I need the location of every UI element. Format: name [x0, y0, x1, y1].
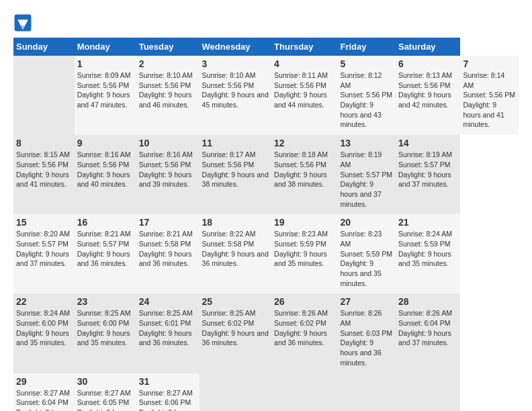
weekday-header-row: SundayMondayTuesdayWednesdayThursdayFrid…	[13, 38, 519, 56]
calendar-cell: 10Sunrise: 8:16 AMSunset: 5:56 PMDayligh…	[136, 135, 200, 214]
day-number: 5	[340, 58, 393, 69]
day-number: 19	[274, 217, 335, 228]
calendar-cell: 28Sunrise: 8:26 AMSunset: 6:04 PMDayligh…	[396, 293, 460, 373]
calendar-cell: 11Sunrise: 8:17 AMSunset: 5:56 PMDayligh…	[200, 135, 272, 214]
day-info: Sunrise: 8:26 AMSunset: 6:02 PMDaylight:…	[274, 308, 335, 348]
calendar-cell: 19Sunrise: 8:23 AMSunset: 5:59 PMDayligh…	[271, 214, 337, 293]
calendar-cell: 24Sunrise: 8:25 AMSunset: 6:01 PMDayligh…	[136, 293, 200, 373]
day-number: 15	[16, 217, 72, 228]
calendar-week-row: 15Sunrise: 8:20 AMSunset: 5:57 PMDayligh…	[13, 214, 519, 293]
calendar-cell: 25Sunrise: 8:25 AMSunset: 6:02 PMDayligh…	[200, 293, 272, 373]
day-info: Sunrise: 8:19 AMSunset: 5:57 PMDaylight:…	[340, 150, 393, 209]
calendar-cell	[396, 373, 460, 412]
day-info: Sunrise: 8:16 AMSunset: 5:56 PMDaylight:…	[139, 150, 197, 189]
day-info: Sunrise: 8:21 AMSunset: 5:57 PMDaylight:…	[77, 229, 134, 269]
calendar-cell: 21Sunrise: 8:24 AMSunset: 5:59 PMDayligh…	[396, 214, 460, 293]
day-number: 8	[16, 138, 72, 148]
calendar-cell	[200, 373, 272, 412]
day-number: 21	[398, 217, 457, 228]
day-number: 30	[77, 376, 134, 387]
day-info: Sunrise: 8:23 AMSunset: 5:59 PMDaylight:…	[340, 229, 393, 288]
weekday-header: Thursday	[271, 38, 337, 56]
day-number: 11	[202, 138, 269, 148]
calendar-cell: 1Sunrise: 8:09 AMSunset: 5:56 PMDaylight…	[75, 56, 136, 135]
day-info: Sunrise: 8:23 AMSunset: 5:59 PMDaylight:…	[274, 229, 335, 269]
calendar-cell: 2Sunrise: 8:10 AMSunset: 5:56 PMDaylight…	[136, 56, 200, 135]
calendar-cell: 20Sunrise: 8:23 AMSunset: 5:59 PMDayligh…	[337, 214, 396, 293]
calendar-cell: 29Sunrise: 8:27 AMSunset: 6:04 PMDayligh…	[13, 373, 75, 412]
day-info: Sunrise: 8:14 AMSunset: 5:56 PMDaylight:…	[463, 71, 516, 130]
calendar-cell	[337, 373, 396, 412]
day-info: Sunrise: 8:09 AMSunset: 5:56 PMDaylight:…	[77, 71, 134, 110]
day-info: Sunrise: 8:16 AMSunset: 5:56 PMDaylight:…	[77, 150, 134, 189]
day-info: Sunrise: 8:25 AMSunset: 6:01 PMDaylight:…	[139, 308, 197, 348]
calendar-cell: 5Sunrise: 8:12 AMSunset: 5:56 PMDaylight…	[337, 56, 396, 135]
day-info: Sunrise: 8:25 AMSunset: 6:02 PMDaylight:…	[202, 308, 269, 348]
day-info: Sunrise: 8:26 AMSunset: 6:03 PMDaylight:…	[340, 308, 393, 367]
weekday-header: Monday	[75, 38, 136, 56]
calendar-cell: 17Sunrise: 8:21 AMSunset: 5:58 PMDayligh…	[136, 214, 200, 293]
day-info: Sunrise: 8:27 AMSunset: 6:05 PMDaylight:…	[77, 388, 134, 412]
day-info: Sunrise: 8:25 AMSunset: 6:00 PMDaylight:…	[77, 308, 134, 348]
day-info: Sunrise: 8:17 AMSunset: 5:56 PMDaylight:…	[202, 150, 269, 189]
calendar-cell: 14Sunrise: 8:19 AMSunset: 5:57 PMDayligh…	[396, 135, 460, 214]
day-number: 27	[340, 296, 393, 307]
day-info: Sunrise: 8:20 AMSunset: 5:57 PMDaylight:…	[16, 229, 72, 269]
calendar-cell: 8Sunrise: 8:15 AMSunset: 5:56 PMDaylight…	[13, 135, 75, 214]
header	[13, 13, 519, 32]
logo	[13, 13, 35, 32]
calendar-cell: 9Sunrise: 8:16 AMSunset: 5:56 PMDaylight…	[75, 135, 136, 214]
day-info: Sunrise: 8:19 AMSunset: 5:57 PMDaylight:…	[398, 150, 457, 189]
day-info: Sunrise: 8:11 AMSunset: 5:56 PMDaylight:…	[274, 71, 335, 110]
day-number: 23	[77, 296, 134, 307]
day-info: Sunrise: 8:10 AMSunset: 5:56 PMDaylight:…	[139, 71, 197, 110]
calendar-cell: 6Sunrise: 8:13 AMSunset: 5:56 PMDaylight…	[396, 56, 460, 135]
day-number: 28	[398, 296, 457, 307]
day-number: 14	[398, 138, 457, 148]
day-number: 13	[340, 138, 393, 148]
day-info: Sunrise: 8:22 AMSunset: 5:58 PMDaylight:…	[202, 229, 269, 269]
calendar-cell	[271, 373, 337, 412]
calendar-cell: 15Sunrise: 8:20 AMSunset: 5:57 PMDayligh…	[13, 214, 75, 293]
day-info: Sunrise: 8:24 AMSunset: 6:00 PMDaylight:…	[16, 308, 72, 348]
day-number: 4	[274, 58, 335, 69]
day-number: 31	[139, 376, 197, 387]
day-number: 12	[274, 138, 335, 148]
day-number: 20	[340, 217, 393, 228]
calendar-table: SundayMondayTuesdayWednesdayThursdayFrid…	[13, 38, 519, 411]
day-number: 3	[202, 58, 269, 69]
calendar-cell: 18Sunrise: 8:22 AMSunset: 5:58 PMDayligh…	[200, 214, 272, 293]
day-info: Sunrise: 8:27 AMSunset: 6:04 PMDaylight:…	[16, 388, 72, 412]
calendar-cell: 31Sunrise: 8:27 AMSunset: 6:06 PMDayligh…	[136, 373, 200, 412]
day-info: Sunrise: 8:18 AMSunset: 5:56 PMDaylight:…	[274, 150, 335, 189]
day-number: 6	[398, 58, 457, 69]
calendar-cell: 23Sunrise: 8:25 AMSunset: 6:00 PMDayligh…	[75, 293, 136, 373]
day-number: 26	[274, 296, 335, 307]
day-info: Sunrise: 8:12 AMSunset: 5:56 PMDaylight:…	[340, 71, 393, 130]
day-number: 16	[77, 217, 134, 228]
day-number: 7	[463, 58, 516, 69]
calendar-cell: 4Sunrise: 8:11 AMSunset: 5:56 PMDaylight…	[271, 56, 337, 135]
weekday-header: Saturday	[396, 38, 460, 56]
day-number: 24	[139, 296, 197, 307]
day-number: 29	[16, 376, 72, 387]
calendar-week-row: 1Sunrise: 8:09 AMSunset: 5:56 PMDaylight…	[13, 56, 519, 135]
calendar-cell: 30Sunrise: 8:27 AMSunset: 6:05 PMDayligh…	[75, 373, 136, 412]
weekday-header: Sunday	[13, 38, 75, 56]
weekday-header: Wednesday	[200, 38, 272, 56]
day-number: 10	[139, 138, 197, 148]
weekday-header: Tuesday	[136, 38, 200, 56]
day-info: Sunrise: 8:10 AMSunset: 5:56 PMDaylight:…	[202, 71, 269, 110]
calendar-cell: 16Sunrise: 8:21 AMSunset: 5:57 PMDayligh…	[75, 214, 136, 293]
day-number: 22	[16, 296, 72, 307]
calendar-week-row: 29Sunrise: 8:27 AMSunset: 6:04 PMDayligh…	[13, 373, 519, 412]
day-info: Sunrise: 8:27 AMSunset: 6:06 PMDaylight:…	[139, 388, 197, 412]
calendar-cell: 13Sunrise: 8:19 AMSunset: 5:57 PMDayligh…	[337, 135, 396, 214]
calendar-week-row: 22Sunrise: 8:24 AMSunset: 6:00 PMDayligh…	[13, 293, 519, 373]
day-number: 17	[139, 217, 197, 228]
day-number: 1	[77, 58, 134, 69]
day-info: Sunrise: 8:13 AMSunset: 5:56 PMDaylight:…	[398, 71, 457, 110]
calendar-cell: 7Sunrise: 8:14 AMSunset: 5:56 PMDaylight…	[460, 56, 519, 135]
calendar-week-row: 8Sunrise: 8:15 AMSunset: 5:56 PMDaylight…	[13, 135, 519, 214]
calendar-cell	[13, 56, 75, 135]
